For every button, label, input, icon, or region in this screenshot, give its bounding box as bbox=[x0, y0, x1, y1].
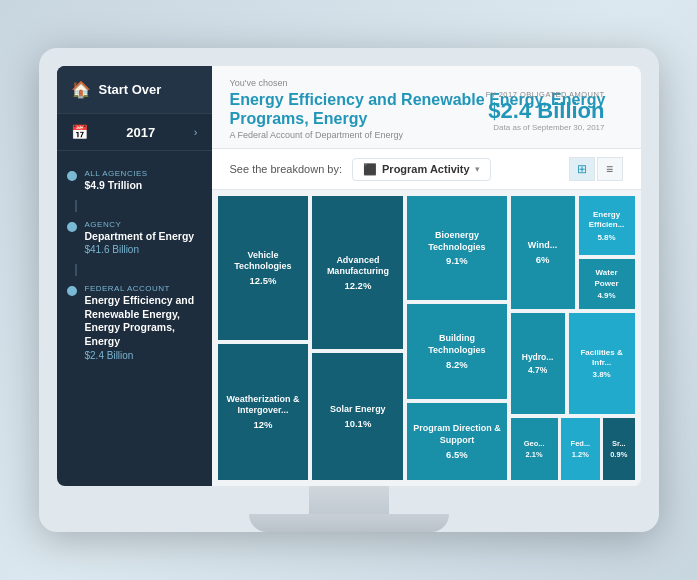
cell-pct: 1.2% bbox=[572, 450, 589, 459]
cell-pct: 3.8% bbox=[592, 370, 610, 379]
calendar-icon: 📅 bbox=[71, 124, 88, 140]
treemap-cell-energy-effic[interactable]: Energy Efficien... 5.8% bbox=[579, 196, 635, 255]
breakdown-label: See the breakdown by: bbox=[230, 163, 343, 175]
treemap-cell-fed[interactable]: Fed... 1.2% bbox=[561, 418, 600, 480]
fy-badge: FY 2017 OBLIGATED AMOUNT $2.4 Billion Da… bbox=[486, 90, 605, 132]
nav-connector bbox=[75, 264, 77, 276]
cell-label: Weatherization & Intergover... bbox=[222, 394, 305, 417]
nav-value-label: $2.4 Billion bbox=[85, 349, 198, 362]
sidebar: 🏠 Start Over 📅 2017 › ALL AGENCIES $4.9 … bbox=[57, 66, 212, 486]
cell-pct: 0.9% bbox=[610, 450, 627, 459]
nav-dot bbox=[67, 171, 77, 181]
cell-label: Wind... bbox=[528, 240, 557, 252]
treemap-cell-wind[interactable]: Wind... 6% bbox=[511, 196, 575, 309]
cell-label: Building Technologies bbox=[411, 333, 502, 356]
nav-dot bbox=[67, 222, 77, 232]
cell-pct: 8.2% bbox=[446, 359, 468, 370]
nav-main-label: Energy Efficiency and Renewable Energy, … bbox=[85, 294, 198, 349]
cell-label: Vehicle Technologies bbox=[222, 250, 305, 273]
nav-sub-label: AGENCY bbox=[85, 220, 195, 230]
grid-icon: ⊞ bbox=[577, 162, 587, 176]
cell-pct: 12.5% bbox=[249, 275, 276, 286]
cell-label: Sr... bbox=[612, 439, 626, 449]
chosen-label: You've chosen bbox=[230, 78, 623, 88]
monitor-screen: 🏠 Start Over 📅 2017 › ALL AGENCIES $4.9 … bbox=[57, 66, 641, 486]
treemap-cell-bioenergy[interactable]: Bioenergy Technologies 9.1% bbox=[407, 196, 506, 300]
sidebar-item-federal-account[interactable]: FEDERAL ACCOUNT Energy Efficiency and Re… bbox=[57, 276, 212, 369]
breakdown-bar: See the breakdown by: ⬛ Program Activity… bbox=[212, 149, 641, 190]
treemap-cell-geo[interactable]: Geo... 2.1% bbox=[511, 418, 558, 480]
cell-pct: 12.2% bbox=[344, 280, 371, 291]
cell-pct: 9.1% bbox=[446, 255, 468, 266]
grid-view-button[interactable]: ⊞ bbox=[569, 157, 595, 181]
cell-label: Advanced Manufacturing bbox=[316, 255, 399, 278]
year-value: 2017 bbox=[126, 125, 155, 140]
main-content: You've chosen Energy Efficiency and Rene… bbox=[212, 66, 641, 486]
cell-label: Solar Energy bbox=[330, 404, 386, 416]
cell-pct: 10.1% bbox=[344, 418, 371, 429]
cell-label: Geo... bbox=[524, 439, 545, 449]
treemap-cell-facilities[interactable]: Facilities & Infr... 3.8% bbox=[569, 313, 635, 414]
cell-pct: 12% bbox=[253, 419, 272, 430]
treemap: Vehicle Technologies 12.5% Weatherizatio… bbox=[218, 196, 635, 480]
nav-dot bbox=[67, 286, 77, 296]
cell-pct: 4.7% bbox=[528, 365, 547, 375]
treemap-cell-solar[interactable]: Solar Energy 10.1% bbox=[312, 353, 403, 480]
nav-sub-label: ALL AGENCIES bbox=[85, 169, 148, 179]
cell-label: Facilities & Infr... bbox=[573, 348, 631, 369]
cell-label: Energy Efficien... bbox=[583, 210, 631, 231]
cell-pct: 4.9% bbox=[597, 291, 615, 300]
start-over-label: Start Over bbox=[99, 82, 162, 97]
breakdown-selected: Program Activity bbox=[382, 163, 470, 175]
treemap-cell-vehicle[interactable]: Vehicle Technologies 12.5% bbox=[218, 196, 309, 339]
treemap-cell-building[interactable]: Building Technologies 8.2% bbox=[407, 304, 506, 399]
cell-pct: 5.8% bbox=[597, 233, 615, 242]
top-bar: You've chosen Energy Efficiency and Rene… bbox=[212, 66, 641, 149]
year-selector[interactable]: 📅 2017 › bbox=[57, 114, 212, 151]
sidebar-item-agency[interactable]: AGENCY Department of Energy $41.6 Billio… bbox=[57, 212, 212, 264]
nav-connector bbox=[75, 200, 77, 212]
nav-main-label: $4.9 Trillion bbox=[85, 179, 148, 193]
treemap-cell-sr[interactable]: Sr... 0.9% bbox=[603, 418, 635, 480]
breakdown-select[interactable]: ⬛ Program Activity ▾ bbox=[352, 158, 491, 181]
treemap-cell-water-power[interactable]: Water Power 4.9% bbox=[579, 259, 635, 308]
view-toggles: ⊞ ≡ bbox=[569, 157, 623, 181]
nav-sub-label: FEDERAL ACCOUNT bbox=[85, 284, 198, 294]
list-view-button[interactable]: ≡ bbox=[597, 157, 623, 181]
treemap-cell-advanced[interactable]: Advanced Manufacturing 12.2% bbox=[312, 196, 403, 349]
cell-label: Bioenergy Technologies bbox=[411, 230, 502, 253]
nav-value-label: $41.6 Billion bbox=[85, 243, 195, 256]
cell-pct: 6% bbox=[536, 254, 550, 265]
start-over-button[interactable]: 🏠 Start Over bbox=[57, 66, 212, 114]
top-bar-inner: You've chosen Energy Efficiency and Rene… bbox=[230, 78, 623, 140]
treemap-cell-hydro[interactable]: Hydro... 4.7% bbox=[511, 313, 565, 414]
fy-date: Data as of September 30, 2017 bbox=[486, 123, 605, 132]
stand-base bbox=[249, 514, 449, 532]
breakdown-icon: ⬛ bbox=[363, 163, 377, 176]
fy-amount: $2.4 Billion bbox=[486, 99, 605, 123]
monitor-outer: 🏠 Start Over 📅 2017 › ALL AGENCIES $4.9 … bbox=[39, 48, 659, 532]
treemap-area: Vehicle Technologies 12.5% Weatherizatio… bbox=[212, 190, 641, 486]
monitor-stand bbox=[57, 486, 641, 532]
sidebar-item-all-agencies[interactable]: ALL AGENCIES $4.9 Trillion bbox=[57, 161, 212, 200]
cell-label: Hydro... bbox=[522, 352, 554, 363]
cell-label: Fed... bbox=[571, 439, 591, 449]
chevron-right-icon: › bbox=[194, 126, 198, 138]
cell-pct: 2.1% bbox=[526, 450, 543, 459]
stand-neck bbox=[309, 486, 389, 514]
cell-pct: 6.5% bbox=[446, 449, 468, 460]
treemap-cell-program-direction[interactable]: Program Direction & Support 6.5% bbox=[407, 403, 506, 480]
home-icon: 🏠 bbox=[71, 80, 91, 99]
sidebar-nav: ALL AGENCIES $4.9 Trillion AGENCY Depart… bbox=[57, 151, 212, 486]
treemap-cell-weatherization[interactable]: Weatherization & Intergover... 12% bbox=[218, 344, 309, 480]
chevron-down-icon: ▾ bbox=[475, 164, 480, 174]
list-icon: ≡ bbox=[606, 162, 613, 176]
cell-label: Water Power bbox=[583, 268, 631, 289]
cell-label: Program Direction & Support bbox=[411, 423, 502, 446]
nav-main-label: Department of Energy bbox=[85, 230, 195, 244]
